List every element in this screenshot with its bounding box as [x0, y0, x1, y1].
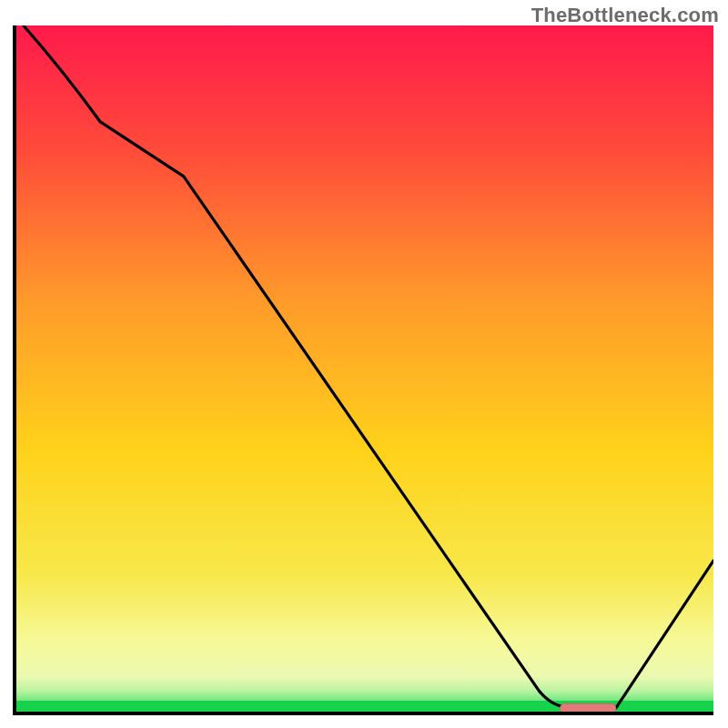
plot-frame [13, 25, 713, 715]
watermark-text: TheBottleneck.com [531, 4, 719, 27]
svg-rect-1 [16, 701, 713, 712]
chart-container: TheBottleneck.com [0, 0, 728, 728]
plot-area [16, 25, 713, 712]
heatmap-background [16, 25, 713, 712]
svg-rect-0 [16, 25, 713, 712]
